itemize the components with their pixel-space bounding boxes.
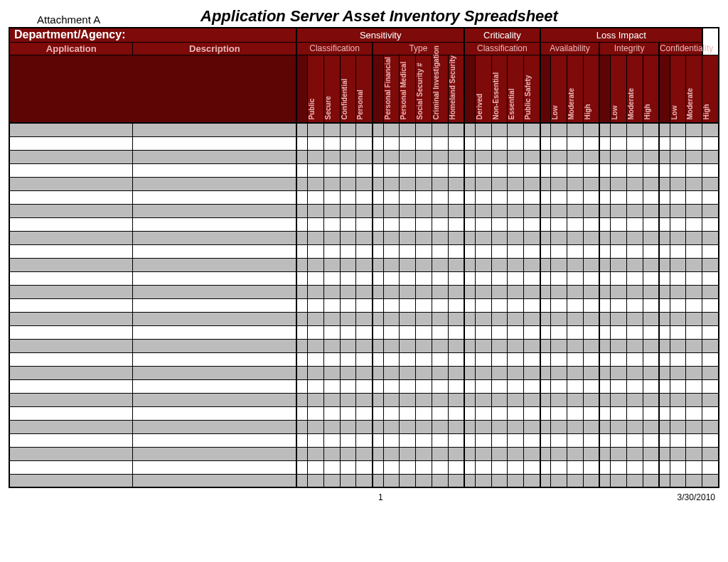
cell[interactable] (448, 460, 464, 474)
cell[interactable] (599, 136, 610, 150)
cell[interactable] (475, 433, 491, 447)
cell[interactable] (491, 258, 508, 271)
cell[interactable] (400, 244, 416, 258)
cell[interactable] (702, 204, 719, 217)
cell[interactable] (583, 325, 599, 339)
cell[interactable] (9, 271, 133, 285)
cell[interactable] (491, 474, 508, 487)
cell[interactable] (567, 177, 584, 190)
cell[interactable] (643, 379, 659, 393)
cell[interactable] (373, 285, 383, 298)
cell[interactable] (524, 163, 540, 177)
cell[interactable] (448, 298, 464, 312)
cell[interactable] (583, 447, 599, 460)
cell[interactable] (643, 447, 659, 460)
cell[interactable] (583, 123, 599, 136)
cell[interactable] (508, 312, 524, 325)
cell[interactable] (670, 325, 686, 339)
cell[interactable] (610, 379, 626, 393)
cell[interactable] (432, 420, 448, 433)
cell[interactable] (567, 460, 584, 474)
cell[interactable] (643, 163, 659, 177)
cell[interactable] (373, 271, 383, 285)
cell[interactable] (583, 339, 599, 352)
cell[interactable] (659, 231, 670, 244)
cell[interactable] (9, 190, 133, 204)
cell[interactable] (491, 190, 508, 204)
cell[interactable] (610, 231, 626, 244)
cell[interactable] (702, 366, 719, 379)
cell[interactable] (356, 352, 373, 366)
cell[interactable] (296, 379, 307, 393)
cell[interactable] (702, 474, 719, 487)
cell[interactable] (508, 366, 524, 379)
cell[interactable] (416, 285, 432, 298)
cell[interactable] (464, 123, 475, 136)
cell[interactable] (524, 366, 540, 379)
cell[interactable] (9, 379, 133, 393)
cell[interactable] (308, 177, 324, 190)
cell[interactable] (702, 393, 719, 406)
cell[interactable] (416, 393, 432, 406)
cell[interactable] (702, 231, 719, 244)
cell[interactable] (659, 217, 670, 231)
cell[interactable] (670, 177, 686, 190)
cell[interactable] (643, 150, 659, 163)
cell[interactable] (308, 433, 324, 447)
cell[interactable] (308, 325, 324, 339)
cell[interactable] (643, 136, 659, 150)
cell[interactable] (323, 393, 340, 406)
cell[interactable] (308, 366, 324, 379)
cell[interactable] (540, 366, 551, 379)
cell[interactable] (416, 244, 432, 258)
cell[interactable] (583, 258, 599, 271)
cell[interactable] (686, 231, 702, 244)
cell[interactable] (356, 379, 373, 393)
cell[interactable] (643, 298, 659, 312)
cell[interactable] (475, 298, 491, 312)
cell[interactable] (323, 244, 340, 258)
cell[interactable] (540, 447, 551, 460)
cell[interactable] (702, 285, 719, 298)
cell[interactable] (323, 123, 340, 136)
cell[interactable] (567, 204, 584, 217)
cell[interactable] (308, 379, 324, 393)
cell[interactable] (133, 406, 296, 420)
cell[interactable] (583, 460, 599, 474)
cell[interactable] (323, 163, 340, 177)
cell[interactable] (583, 420, 599, 433)
cell[interactable] (416, 123, 432, 136)
cell[interactable] (599, 177, 610, 190)
cell[interactable] (383, 136, 400, 150)
cell[interactable] (626, 163, 643, 177)
cell[interactable] (373, 136, 383, 150)
cell[interactable] (9, 298, 133, 312)
cell[interactable] (432, 339, 448, 352)
cell[interactable] (610, 339, 626, 352)
cell[interactable] (702, 433, 719, 447)
cell[interactable] (686, 352, 702, 366)
cell[interactable] (583, 379, 599, 393)
cell[interactable] (686, 312, 702, 325)
cell[interactable] (599, 123, 610, 136)
cell[interactable] (356, 325, 373, 339)
cell[interactable] (626, 244, 643, 258)
cell[interactable] (296, 460, 307, 474)
cell[interactable] (524, 217, 540, 231)
cell[interactable] (400, 136, 416, 150)
cell[interactable] (626, 190, 643, 204)
cell[interactable] (133, 325, 296, 339)
cell[interactable] (296, 258, 307, 271)
cell[interactable] (583, 285, 599, 298)
cell[interactable] (524, 285, 540, 298)
cell[interactable] (340, 379, 356, 393)
cell[interactable] (583, 190, 599, 204)
cell[interactable] (610, 366, 626, 379)
cell[interactable] (508, 298, 524, 312)
cell[interactable] (659, 420, 670, 433)
cell[interactable] (323, 352, 340, 366)
cell[interactable] (416, 136, 432, 150)
cell[interactable] (9, 312, 133, 325)
cell[interactable] (323, 366, 340, 379)
cell[interactable] (464, 190, 475, 204)
